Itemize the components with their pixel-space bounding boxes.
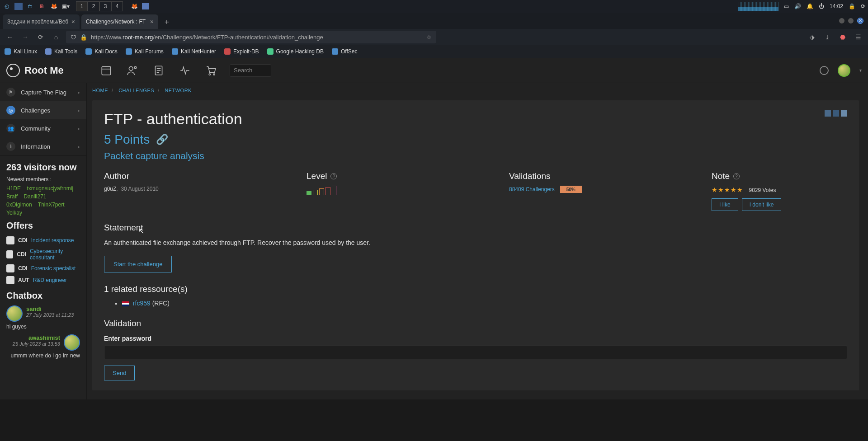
breadcrumb-link[interactable]: CHALLENGES [118,88,154,93]
home-button[interactable]: ⌂ [51,32,61,42]
help-icon[interactable]: ? [733,173,740,179]
browser-tab-strip: Задачи и проблемы/Веб × Challenges/Netwo… [0,13,868,29]
tray-clock[interactable]: 14:02 [830,3,843,9]
chat-avatar[interactable] [6,305,23,322]
breadcrumb-link[interactable]: NETWORK [165,88,192,93]
tray-display-icon[interactable]: ▭ [784,3,789,9]
password-label: Enter password [104,335,847,342]
app-running-icon[interactable] [142,3,149,9]
nav-cart-icon[interactable] [204,64,218,77]
share-linkedin-icon[interactable] [833,110,839,117]
extension-icon[interactable]: ⬣ [837,32,848,42]
breadcrumb-link[interactable]: HOME [92,88,108,93]
share-facebook-icon[interactable] [825,110,831,117]
sidebar-item-ctf[interactable]: ⚑ Capture The Flag ▸ [0,83,86,101]
workspace-2[interactable]: 2 [88,1,99,11]
member-link[interactable]: txmugnsucjyafrnmij [27,185,73,192]
sidebar-item-community[interactable]: 👥 Community ▸ [0,119,86,137]
firefox-icon[interactable]: 🦊 [50,2,58,10]
star-rating: ★★★★★ [712,186,743,193]
user-menu-chevron-icon[interactable]: ▾ [859,68,862,73]
sidebar-item-challenges[interactable]: ◎ Challenges ▸ [0,101,86,119]
dislike-button[interactable]: I don't like [742,198,782,211]
share-twitter-icon[interactable] [841,110,847,117]
newest-members-label: Newest members : [6,176,80,183]
file-manager-icon[interactable]: 🗀 [26,2,34,10]
member-link[interactable]: 0xDigimon [6,202,32,208]
url-bar[interactable]: 🛡 🔒 https://www.root-me.org/en/Challenge… [66,31,436,43]
workspace-3[interactable]: 3 [99,1,111,11]
resource-link[interactable]: rfc959 [133,300,151,307]
author-name[interactable]: g0uZ [104,186,116,192]
password-input[interactable] [104,346,847,359]
workspace-switcher[interactable]: 1 2 3 4 [76,1,123,11]
offer-item[interactable]: AUT R&D engineer [6,274,80,286]
bookmark-item[interactable]: Kali Linux [5,48,37,55]
member-link[interactable]: H1DE [6,185,21,192]
offer-item[interactable]: CDI Forensic specialist [6,263,80,274]
bookmark-item[interactable]: Kali Forums [126,48,164,55]
forward-button[interactable]: → [20,32,31,42]
terminal-icon[interactable]: ▣▾ [61,2,70,10]
nav-activity-icon[interactable] [178,64,192,77]
window-close-icon[interactable]: × [857,18,863,24]
main-content: HOME/ CHALLENGES/ NETWORK FTP - authenti… [87,83,868,399]
page-title: FTP - authentication [104,110,242,128]
reload-button[interactable]: ⟳ [35,32,46,42]
challengers-link[interactable]: 88409 Challengers [509,186,555,192]
shield-icon[interactable]: 🛡 [71,34,76,41]
offer-item[interactable]: CDI Cybersecurity consultant [6,246,80,263]
member-link[interactable]: Daniil271 [24,193,46,200]
bookmark-star-icon[interactable]: ☆ [426,34,432,41]
tray-power-icon[interactable]: ⏻ [819,3,824,9]
bookmark-item[interactable]: Google Hacking DB [267,48,324,55]
like-button[interactable]: I like [712,198,738,211]
browser-tab-active[interactable]: Challenges/Network : FT × [81,14,158,29]
window-minimize-icon[interactable] [839,18,844,23]
nav-calendar-icon[interactable] [99,64,113,77]
tray-lock-icon[interactable]: 🔒 [849,3,855,9]
bookmark-item[interactable]: Kali Docs [85,48,118,55]
offer-item[interactable]: CDI Incident response [6,235,80,246]
bookmark-item[interactable]: OffSec [332,48,357,55]
start-challenge-button[interactable]: Start the challenge [104,256,172,272]
user-avatar[interactable] [838,64,850,77]
lock-icon[interactable]: 🔒 [80,34,87,41]
taskbar-app-icon[interactable] [14,3,23,10]
downloads-icon[interactable]: ⤓ [822,32,833,42]
bookmark-item[interactable]: Exploit-DB [224,48,259,55]
site-logo[interactable]: Root Me [6,64,90,77]
bookmark-item[interactable]: Kali NetHunter [172,48,216,55]
new-tab-button[interactable]: + [160,15,174,29]
member-link[interactable]: Braff [6,193,18,200]
member-link[interactable]: ThinX7pert [38,202,65,208]
tray-notifications-icon[interactable]: 🔔 [807,3,813,9]
close-icon[interactable]: × [150,18,154,25]
window-maximize-icon[interactable] [848,18,854,23]
tray-volume-icon[interactable]: 🔊 [794,3,801,9]
send-button[interactable]: Send [104,366,135,380]
help-icon[interactable]: ? [330,173,337,179]
offer-icon [6,276,14,284]
kali-menu-icon[interactable]: ◵ [3,2,11,10]
browser-tab[interactable]: Задачи и проблемы/Веб × [3,14,80,29]
text-editor-icon[interactable]: 🗎 [38,2,46,10]
svg-point-4 [209,74,210,75]
pocket-icon[interactable]: ⬗ [807,32,817,42]
app-menu-icon[interactable]: ☰ [853,32,863,42]
tray-shutdown-icon[interactable]: ⟳ [861,3,865,9]
search-input[interactable]: Search [230,64,271,77]
workspace-4[interactable]: 4 [111,1,123,11]
nav-users-icon[interactable] [126,64,139,77]
sidebar-item-information[interactable]: ℹ Information ▸ [0,137,86,155]
workspace-1[interactable]: 1 [76,1,88,11]
back-button[interactable]: ← [5,32,15,42]
member-link[interactable]: Yolkay [6,210,22,216]
firefox-running-icon[interactable]: 🦊 [130,2,138,10]
close-icon[interactable]: × [71,18,75,25]
nav-docs-icon[interactable] [152,64,165,77]
language-icon[interactable] [820,66,829,75]
bookmark-item[interactable]: Kali Tools [45,48,77,55]
chat-avatar[interactable] [64,334,80,351]
level-heading: Level? [307,171,491,181]
